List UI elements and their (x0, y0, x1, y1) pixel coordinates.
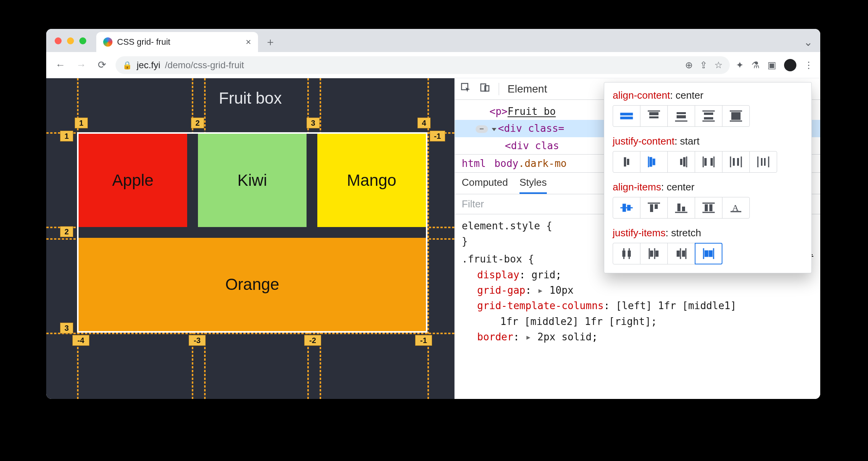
style-decl-cont: 1fr [middle2] 1fr [right]; (462, 314, 813, 329)
content-split: Fruit box Apple Kiwi (46, 78, 820, 399)
option-row (613, 243, 803, 264)
opt-justify-content-space-around[interactable] (722, 151, 750, 173)
opt-justify-items-stretch[interactable] (695, 243, 722, 264)
style-decl[interactable]: grid-gap: ▸ 10px (462, 283, 813, 298)
group-label: align-items: center (613, 181, 803, 193)
browser-tab[interactable]: CSS grid- fruit × (96, 32, 258, 52)
opt-align-items-end[interactable] (667, 197, 695, 219)
tab-styles[interactable]: Styles (519, 177, 547, 194)
more-icon[interactable]: ⋯ (476, 125, 488, 133)
crumb[interactable]: body.dark-mo (494, 158, 567, 169)
svg-rect-40 (627, 205, 630, 210)
labs-icon[interactable]: ⚗ (751, 60, 760, 71)
option-row: A (613, 197, 803, 219)
option-row (613, 105, 803, 127)
opt-align-items-start[interactable] (640, 197, 668, 219)
svg-rect-23 (680, 159, 682, 165)
cell-orange: Orange (79, 238, 426, 331)
opt-justify-items-start[interactable] (640, 243, 668, 264)
window-controls (55, 37, 86, 44)
omnibox[interactable]: 🔒 jec.fyi/demo/css-grid-fruit ⊕ ⇪ ☆ (116, 56, 730, 74)
svg-rect-9 (677, 115, 686, 118)
svg-rect-68 (709, 251, 712, 257)
forward-button[interactable]: → (74, 58, 89, 72)
tabs-dropdown-icon[interactable]: ⌄ (804, 36, 813, 49)
svg-rect-67 (705, 251, 708, 257)
close-tab-icon[interactable]: × (246, 37, 251, 47)
opt-align-content-end[interactable] (667, 105, 695, 127)
profile-avatar[interactable] (784, 59, 796, 71)
opt-justify-content-end[interactable] (667, 151, 695, 173)
opt-justify-content-center[interactable] (613, 151, 640, 173)
svg-rect-6 (649, 112, 659, 115)
page-heading: Fruit box (46, 89, 454, 108)
opt-align-items-baseline[interactable]: A (722, 197, 750, 219)
panel-tab-elements[interactable]: Element (508, 83, 547, 95)
expand-icon[interactable] (492, 128, 496, 131)
opt-align-content-stretch[interactable] (722, 105, 750, 127)
close-window-icon[interactable] (55, 37, 62, 44)
opt-justify-content-space-evenly[interactable] (749, 151, 777, 173)
maximize-window-icon[interactable] (79, 37, 86, 44)
opt-justify-items-center[interactable] (613, 243, 640, 264)
crumb[interactable]: html (462, 158, 486, 169)
grid-line-number: -1 (430, 131, 445, 141)
svg-rect-63 (677, 251, 680, 257)
group-align-content: align-content: center (613, 89, 803, 127)
alignment-editor-popover: align-content: center justify-content: s… (604, 82, 812, 273)
svg-rect-4 (620, 117, 633, 119)
svg-rect-59 (650, 251, 653, 257)
opt-align-content-start[interactable] (640, 105, 668, 127)
inspect-icon[interactable] (460, 82, 471, 96)
menu-icon[interactable]: ⋮ (804, 60, 813, 71)
reload-button[interactable]: ⟳ (95, 58, 109, 72)
side-panel-icon[interactable]: ▣ (767, 60, 776, 71)
svg-rect-3 (620, 113, 633, 115)
svg-rect-56 (628, 251, 631, 257)
svg-rect-16 (731, 112, 741, 120)
svg-rect-22 (653, 159, 655, 165)
style-decl[interactable]: border: ▸ 2px solid; (462, 329, 813, 345)
tab-computed[interactable]: Computed (462, 177, 508, 194)
opt-justify-content-space-between[interactable] (695, 151, 722, 173)
grid-line-number: 4 (417, 118, 431, 128)
opt-justify-items-end[interactable] (667, 243, 695, 264)
url-path: /demo/css-grid-fruit (165, 60, 244, 71)
minimize-window-icon[interactable] (67, 37, 74, 44)
svg-rect-13 (704, 117, 713, 119)
svg-rect-31 (733, 158, 735, 166)
grid-line-number: 3 (60, 323, 73, 333)
grid-line-number: -2 (304, 335, 321, 346)
opt-align-items-center[interactable] (613, 197, 640, 219)
svg-rect-49 (709, 204, 712, 211)
page-viewport: Fruit box Apple Kiwi (46, 78, 454, 399)
browser-window: CSS grid- fruit × ＋ ⌄ ← → ⟳ 🔒 jec.fyi/de… (46, 29, 820, 399)
grid-line-number: 1 (75, 118, 88, 128)
svg-rect-45 (682, 207, 685, 211)
zoom-icon[interactable]: ⊕ (685, 60, 693, 71)
device-toggle-icon[interactable] (479, 82, 490, 96)
svg-rect-60 (655, 251, 659, 257)
svg-rect-19 (627, 159, 629, 165)
back-button[interactable]: ← (53, 58, 68, 72)
bookmark-icon[interactable]: ☆ (714, 60, 723, 71)
style-decl[interactable]: grid-template-columns: [left] 1fr [middl… (462, 298, 813, 313)
opt-align-content-center[interactable] (613, 105, 640, 127)
new-tab-button[interactable]: ＋ (263, 34, 278, 50)
grid-line-number: 2 (191, 118, 204, 128)
grid-line-number: 3 (307, 118, 320, 128)
opt-justify-content-start[interactable] (640, 151, 668, 173)
grid-line-number: -1 (415, 335, 432, 346)
extensions-icon[interactable]: ✦ (736, 60, 744, 71)
opt-align-content-space-between[interactable] (695, 105, 722, 127)
cell-mango: Mango (317, 134, 426, 227)
svg-rect-28 (710, 158, 713, 166)
separator (499, 83, 499, 95)
grid-line-number: 1 (60, 131, 73, 141)
favicon-icon (103, 37, 112, 47)
opt-align-items-stretch[interactable] (695, 197, 722, 219)
share-icon[interactable]: ⇪ (700, 60, 707, 71)
grid-line-number: 2 (60, 226, 73, 237)
tab-title: CSS grid- fruit (117, 37, 170, 47)
grid-line-number: -4 (72, 335, 89, 346)
